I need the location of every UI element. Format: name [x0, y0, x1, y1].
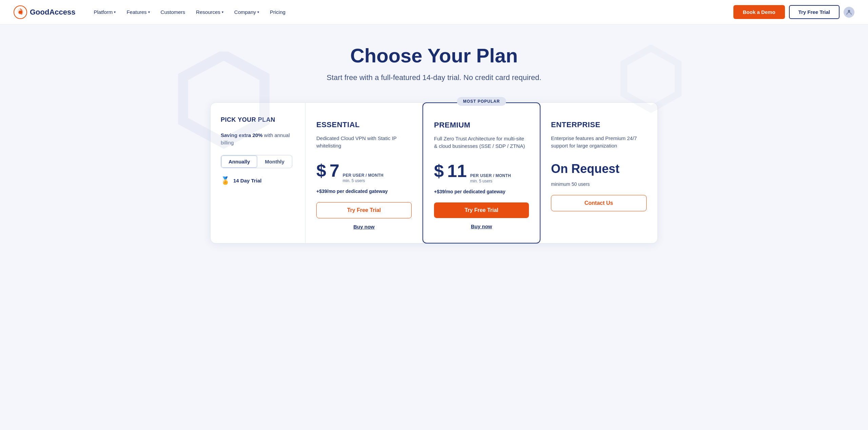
- premium-price-symbol: $: [434, 162, 444, 180]
- navigation: GoodAccess Platform ▾ Features ▾ Custome…: [0, 0, 868, 24]
- essential-price-row: $ 7 PER USER / MONTH min. 5 users: [316, 162, 412, 183]
- trial-badge: 🏅 14 Day Trial: [221, 176, 295, 185]
- main-content: Choose Your Plan Start free with a full-…: [197, 24, 671, 271]
- logo[interactable]: GoodAccess: [14, 5, 76, 19]
- enterprise-price-on-request: On Request: [551, 162, 619, 176]
- premium-price-details: PER USER / MONTH min. 5 users: [470, 173, 511, 183]
- premium-gateway-fee: +$39/mo per dedicated gateway: [434, 189, 529, 194]
- enterprise-plan-name: ENTERPRISE: [551, 120, 647, 129]
- monthly-toggle-button[interactable]: Monthly: [257, 155, 292, 168]
- nav-pricing[interactable]: Pricing: [265, 6, 290, 18]
- chevron-down-icon: ▾: [114, 10, 116, 14]
- svg-point-1: [19, 11, 22, 14]
- essential-plan-name: ESSENTIAL: [316, 120, 412, 129]
- chevron-down-icon: ▾: [257, 10, 259, 14]
- chevron-down-icon: ▾: [222, 10, 223, 14]
- book-demo-button[interactable]: Book a Demo: [733, 5, 785, 19]
- essential-price-unit: PER USER / MONTH: [343, 173, 383, 178]
- essential-price-details: PER USER / MONTH min. 5 users: [343, 173, 383, 183]
- premium-try-free-trial-button[interactable]: Try Free Trial: [434, 202, 529, 218]
- essential-buy-now-link[interactable]: Buy now: [316, 224, 412, 230]
- essential-plan-column: ESSENTIAL Dedicated Cloud VPN with Stati…: [305, 103, 423, 243]
- premium-plan-column: MOST POPULAR PREMIUM Full Zero Trust Arc…: [422, 102, 540, 243]
- nav-customers[interactable]: Customers: [156, 6, 190, 18]
- enterprise-price-row: On Request: [551, 162, 647, 176]
- svg-point-2: [848, 10, 850, 12]
- plan-selector-column: PICK YOUR PLAN Saving extra 20% with ann…: [211, 103, 305, 243]
- premium-plan-description: Full Zero Trust Architecture for multi-s…: [434, 135, 529, 154]
- premium-price-amount: 11: [447, 162, 467, 180]
- billing-toggle: Annually Monthly: [221, 155, 292, 168]
- essential-try-free-trial-button[interactable]: Try Free Trial: [316, 202, 412, 218]
- nav-features[interactable]: Features ▾: [122, 6, 154, 18]
- most-popular-badge: MOST POPULAR: [457, 97, 506, 106]
- premium-price-unit: PER USER / MONTH: [470, 173, 511, 178]
- user-account-icon[interactable]: [844, 7, 854, 18]
- chevron-down-icon: ▾: [148, 10, 150, 14]
- nav-actions: Book a Demo Try Free Trial: [733, 5, 854, 19]
- nav-links: Platform ▾ Features ▾ Customers Resource…: [89, 6, 733, 18]
- pricing-grid: PICK YOUR PLAN Saving extra 20% with ann…: [210, 102, 658, 243]
- nav-resources[interactable]: Resources ▾: [191, 6, 228, 18]
- nav-platform[interactable]: Platform ▾: [89, 6, 121, 18]
- premium-buy-now-link[interactable]: Buy now: [434, 223, 529, 229]
- saving-text: Saving extra 20% with annual billing: [221, 132, 295, 147]
- enterprise-min-users: minimum 50 users: [551, 181, 647, 187]
- enterprise-contact-us-button[interactable]: Contact Us: [551, 195, 647, 211]
- nav-company[interactable]: Company ▾: [230, 6, 264, 18]
- enterprise-plan-description: Enterprise features and Premium 24/7 sup…: [551, 135, 647, 154]
- essential-price-symbol: $: [316, 162, 326, 179]
- essential-plan-description: Dedicated Cloud VPN with Static IP white…: [316, 135, 412, 154]
- page-title: Choose Your Plan: [210, 45, 658, 66]
- essential-price-amount: 7: [330, 162, 339, 179]
- hero-subtitle: Start free with a full-featured 14-day t…: [210, 73, 658, 82]
- essential-gateway-fee: +$39/mo per dedicated gateway: [316, 189, 412, 194]
- essential-price-min: min. 5 users: [343, 178, 383, 183]
- pick-plan-heading: PICK YOUR PLAN: [221, 116, 295, 123]
- badge-icon: 🏅: [221, 176, 230, 185]
- logo-text: GoodAccess: [30, 8, 76, 17]
- enterprise-plan-column: ENTERPRISE Enterprise features and Premi…: [540, 103, 657, 243]
- annually-toggle-button[interactable]: Annually: [221, 155, 257, 168]
- try-free-trial-button[interactable]: Try Free Trial: [789, 5, 840, 19]
- premium-price-row: $ 11 PER USER / MONTH min. 5 users: [434, 162, 529, 183]
- premium-plan-name: PREMIUM: [434, 121, 529, 130]
- premium-price-min: min. 5 users: [470, 179, 511, 183]
- hero-section: Choose Your Plan Start free with a full-…: [210, 45, 658, 82]
